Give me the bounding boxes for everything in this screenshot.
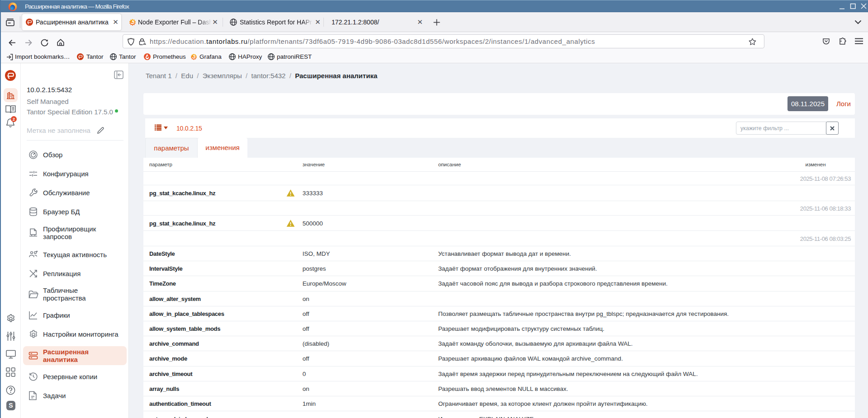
svg-text:2: 2 (13, 117, 15, 122)
